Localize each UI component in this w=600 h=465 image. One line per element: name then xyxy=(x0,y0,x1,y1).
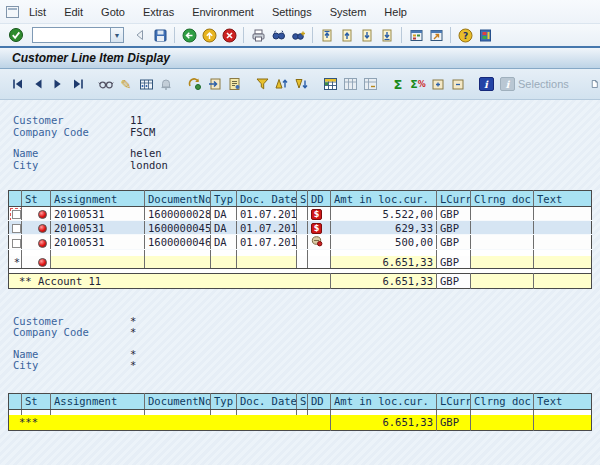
currency-column-header[interactable]: LCurr xyxy=(437,191,471,207)
new-session-icon[interactable] xyxy=(406,26,426,44)
print-icon[interactable] xyxy=(248,26,268,44)
collapse-icon[interactable] xyxy=(448,74,468,94)
status-red-icon xyxy=(38,258,47,267)
help-icon[interactable]: ? xyxy=(455,26,475,44)
menu-help[interactable]: Help xyxy=(384,6,407,18)
doc-date-cell: 01.07.2010 xyxy=(237,207,297,221)
status-column-header[interactable]: St xyxy=(22,191,51,207)
clearing-doc-column-header[interactable]: Clrng doc. xyxy=(471,191,534,207)
dispute-case-button[interactable]: Dispute Case xyxy=(587,72,600,96)
change-document-icon[interactable]: ✎ xyxy=(116,74,136,94)
command-dropdown-icon[interactable]: ▼ xyxy=(110,27,124,43)
create-shortcut-icon[interactable] xyxy=(426,26,446,44)
documentno-cell[interactable]: 1600000028 xyxy=(145,207,211,221)
menu-settings[interactable]: Settings xyxy=(272,6,312,18)
cancel-icon[interactable] xyxy=(219,26,239,44)
command-field[interactable] xyxy=(32,27,110,43)
customize-layout-icon[interactable] xyxy=(475,26,495,44)
enter-icon[interactable] xyxy=(6,26,26,44)
grand-total-currency: GBP xyxy=(437,415,471,430)
menu-extras[interactable]: Extras xyxy=(143,6,174,18)
change-layout-icon[interactable] xyxy=(204,74,224,94)
amount-column-header[interactable]: Amt in loc.cur. xyxy=(331,393,437,409)
selections-button[interactable]: i Selections xyxy=(496,77,573,91)
grid-total-icon[interactable] xyxy=(340,74,360,94)
expand-icon[interactable] xyxy=(428,74,448,94)
menu-edit[interactable]: Edit xyxy=(64,6,83,18)
doc-date-column-header[interactable]: Doc. Date xyxy=(237,191,297,207)
title-bar: Customer Line Item Display xyxy=(0,48,600,69)
documentno-column-header[interactable]: DocumentNo xyxy=(145,393,211,409)
filter-icon[interactable] xyxy=(252,74,272,94)
previous-page-icon[interactable] xyxy=(337,26,357,44)
menu-system[interactable]: System xyxy=(330,6,367,18)
type-cell: DA xyxy=(211,207,237,221)
last-item-icon[interactable] xyxy=(68,74,88,94)
documentno-cell[interactable]: 1600000045 xyxy=(145,221,211,235)
grid-display-icon[interactable] xyxy=(320,74,340,94)
assignment-column-header[interactable]: Assignment xyxy=(51,191,145,207)
grid-subtotal-icon[interactable] xyxy=(360,74,380,94)
select-column-header[interactable] xyxy=(9,393,22,409)
account-total-row: ** Account 11 6.651,33 GBP xyxy=(9,273,592,288)
currency-column-header[interactable]: LCurr xyxy=(437,393,471,409)
subtotal-icon[interactable]: Σ% xyxy=(408,74,428,94)
previous-item-icon[interactable] xyxy=(28,74,48,94)
sum-icon[interactable]: Σ xyxy=(388,74,408,94)
menu-goto[interactable]: Goto xyxy=(101,6,125,18)
amount-cell: 629,33 xyxy=(331,221,437,235)
text-column-header[interactable]: Text xyxy=(534,191,592,207)
alarm-icon[interactable] xyxy=(156,74,176,94)
clearing-doc-column-header[interactable]: Clrng doc. xyxy=(471,393,534,409)
doc-date-cell: 01.07.2010 xyxy=(237,235,297,250)
display-change-toggle-icon[interactable] xyxy=(136,74,156,94)
back-icon[interactable] xyxy=(179,26,199,44)
s-column-header[interactable]: S xyxy=(297,393,308,409)
last-page-icon[interactable] xyxy=(377,26,397,44)
name-label: Name xyxy=(13,147,130,159)
display-document-icon[interactable] xyxy=(96,74,116,94)
summary-header-block: Customer* Company Code* Name* City* xyxy=(13,315,600,371)
find-next-icon[interactable] xyxy=(288,26,308,44)
table-row[interactable]: 20100531 1600000046 DA 01.07.2010 500,00… xyxy=(9,235,592,250)
row-select-checkbox[interactable] xyxy=(12,239,21,248)
text-column-header[interactable]: Text xyxy=(534,393,592,409)
first-page-icon[interactable] xyxy=(317,26,337,44)
company-code-value: FSCM xyxy=(130,126,155,138)
find-icon[interactable] xyxy=(268,26,288,44)
customer-value: 11 xyxy=(130,114,143,126)
refresh-icon[interactable] xyxy=(184,74,204,94)
status-column-header[interactable]: St xyxy=(22,393,51,409)
info-icon[interactable]: i xyxy=(476,74,496,94)
company-code-value: * xyxy=(130,326,136,338)
amount-column-header[interactable]: Amt in loc.cur. xyxy=(331,191,437,207)
sort-ascending-icon[interactable] xyxy=(272,74,292,94)
table-row[interactable]: 20100531 1600000045 DA 01.07.2010 $ 629,… xyxy=(9,221,592,235)
type-column-header[interactable]: Typ xyxy=(211,393,237,409)
next-page-icon[interactable] xyxy=(357,26,377,44)
dd-column-header[interactable]: DD xyxy=(308,393,331,409)
s-column-header[interactable]: S xyxy=(297,191,308,207)
row-select-checkbox[interactable] xyxy=(12,224,21,233)
save-icon[interactable] xyxy=(150,26,170,44)
dd-column-header[interactable]: DD xyxy=(308,191,331,207)
next-item-icon[interactable] xyxy=(48,74,68,94)
first-item-icon[interactable] xyxy=(8,74,28,94)
table-row[interactable]: 20100531 1600000028 DA 01.07.2010 $ 5.52… xyxy=(9,207,592,221)
exit-icon[interactable] xyxy=(199,26,219,44)
assignment-column-header[interactable]: Assignment xyxy=(51,393,145,409)
sort-descending-icon[interactable] xyxy=(292,74,312,94)
document-note-icon[interactable] xyxy=(224,74,244,94)
company-code-label: Company Code xyxy=(13,126,130,138)
city-label: City xyxy=(13,359,130,371)
doc-date-column-header[interactable]: Doc. Date xyxy=(237,393,297,409)
back-triangle-icon[interactable] xyxy=(130,26,150,44)
documentno-column-header[interactable]: DocumentNo xyxy=(145,191,211,207)
select-column-header[interactable] xyxy=(9,191,22,207)
menu-list[interactable]: List xyxy=(29,6,46,18)
menu-environment[interactable]: Environment xyxy=(192,6,254,18)
documentno-cell[interactable]: 1600000046 xyxy=(145,235,211,250)
row-select-checkbox[interactable] xyxy=(12,210,21,219)
type-column-header[interactable]: Typ xyxy=(211,191,237,207)
sap-session-icon[interactable] xyxy=(6,6,19,18)
